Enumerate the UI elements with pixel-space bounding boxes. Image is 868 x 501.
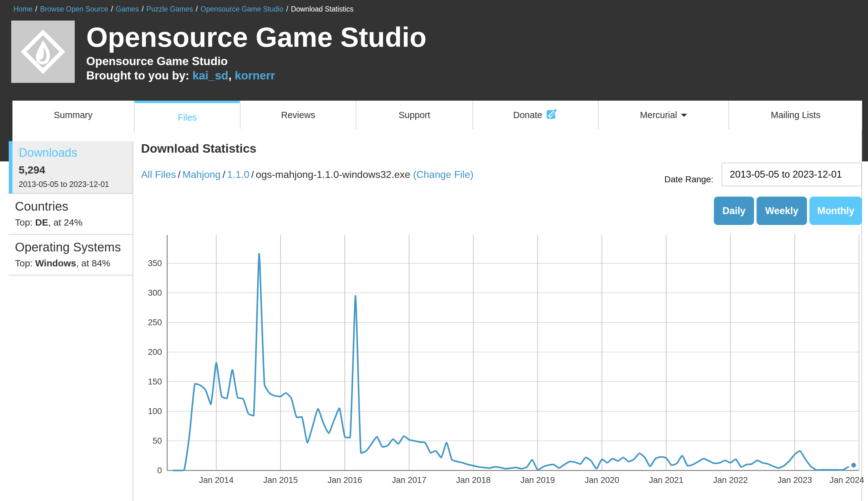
svg-text:Jan 2017: Jan 2017 xyxy=(392,476,426,485)
chart-axes xyxy=(167,235,859,470)
breadcrumb-current: Download Statistics xyxy=(291,5,354,13)
breadcrumb-games[interactable]: Games xyxy=(116,5,139,13)
tab-donate[interactable]: Donate xyxy=(472,100,598,129)
monthly-button[interactable]: Monthly xyxy=(810,196,862,225)
sidebar-item-downloads[interactable]: Downloads 5,294 2013-05-05 to 2023-12-01 xyxy=(9,141,133,194)
tab-files[interactable]: Files xyxy=(134,100,240,132)
breadcrumb-project[interactable]: Opensource Game Studio xyxy=(200,5,283,13)
svg-text:Jan 2015: Jan 2015 xyxy=(263,476,298,485)
sidebar-downloads-count: 5,294 xyxy=(19,164,128,176)
change-file-link[interactable]: (Change File) xyxy=(413,169,474,180)
chart-last-point xyxy=(851,463,856,467)
svg-text:Jan 2020: Jan 2020 xyxy=(585,476,619,485)
downloads-chart: 050100150200250300350Jan 2014Jan 2015Jan… xyxy=(0,231,868,501)
sidebar-downloads-title: Downloads xyxy=(19,146,128,160)
svg-text:350: 350 xyxy=(148,259,162,268)
project-logo-icon xyxy=(11,21,75,83)
tab-reviews[interactable]: Reviews xyxy=(240,100,355,129)
breadcrumb-puzzle-games[interactable]: Puzzle Games xyxy=(146,5,193,13)
page-heading: Download Statistics xyxy=(141,142,256,156)
svg-text:0: 0 xyxy=(157,466,162,475)
svg-text:300: 300 xyxy=(148,288,162,298)
breadcrumb: Home/Browse Open Source/Games/Puzzle Gam… xyxy=(13,5,353,13)
svg-text:150: 150 xyxy=(148,377,162,386)
breadcrumb-home[interactable]: Home xyxy=(13,5,32,13)
svg-text:Jan 2014: Jan 2014 xyxy=(199,476,233,485)
date-range-input[interactable] xyxy=(722,163,862,186)
svg-text:250: 250 xyxy=(148,318,162,327)
page-byline: Brought to you by: kai_sd, kornerr xyxy=(86,69,275,82)
chart-h-gridlines xyxy=(167,263,859,441)
file-breadcrumb: All Files/Mahjong/1.1.0/ogs-mahjong-1.1.… xyxy=(141,169,474,180)
sidebar-countries-top: Top: DE, at 24% xyxy=(15,217,128,228)
tab-mercurial[interactable]: Mercurial xyxy=(598,100,728,129)
chart-line xyxy=(173,254,848,470)
svg-text:Jan 2024: Jan 2024 xyxy=(829,476,864,485)
svg-text:Jan 2018: Jan 2018 xyxy=(456,476,491,485)
svg-text:Jan 2019: Jan 2019 xyxy=(520,476,555,485)
weekly-button[interactable]: Weekly xyxy=(757,196,807,225)
file-breadcrumb-mahjong[interactable]: Mahjong xyxy=(183,169,221,180)
tab-support[interactable]: Support xyxy=(355,100,472,129)
sidebar-countries-title: Countries xyxy=(15,200,128,213)
svg-text:50: 50 xyxy=(153,436,162,446)
chart-x-labels: Jan 2014Jan 2015Jan 2016Jan 2017Jan 2018… xyxy=(199,476,864,485)
tab-bar: Summary Files Reviews Support Donate Mer… xyxy=(12,100,862,129)
svg-text:Jan 2016: Jan 2016 xyxy=(328,476,362,485)
file-breadcrumb-filename: ogs-mahjong-1.1.0-windows32.exe xyxy=(256,169,410,180)
page-subtitle: Opensource Game Studio xyxy=(86,55,228,68)
svg-text:Jan 2023: Jan 2023 xyxy=(777,476,812,485)
svg-text:200: 200 xyxy=(148,348,162,357)
date-range-label: Date Range: xyxy=(664,174,713,184)
tab-mailing-lists[interactable]: Mailing Lists xyxy=(728,100,862,129)
breadcrumb-browse[interactable]: Browse Open Source xyxy=(40,5,108,13)
daily-button[interactable]: Daily xyxy=(714,196,754,225)
page-title: Opensource Game Studio xyxy=(86,21,427,53)
chevron-down-icon xyxy=(681,114,687,120)
file-breadcrumb-all-files[interactable]: All Files xyxy=(141,169,176,180)
svg-text:100: 100 xyxy=(148,407,162,416)
sidebar-item-countries[interactable]: Countries Top: DE, at 24% xyxy=(9,194,133,235)
chart-v-gridlines xyxy=(216,235,859,470)
file-breadcrumb-version[interactable]: 1.1.0 xyxy=(227,169,249,180)
svg-text:Jan 2022: Jan 2022 xyxy=(713,476,748,485)
granularity-buttons: Daily Weekly Monthly xyxy=(714,196,862,225)
project-logo xyxy=(11,21,75,83)
maintainer-link-kai-sd[interactable]: kai_sd xyxy=(193,69,228,82)
chart-y-labels: 050100150200250300350 xyxy=(148,259,162,475)
external-link-icon xyxy=(546,108,558,120)
tab-summary[interactable]: Summary xyxy=(12,100,134,129)
sidebar-downloads-range: 2013-05-05 to 2023-12-01 xyxy=(19,180,128,189)
svg-text:Jan 2021: Jan 2021 xyxy=(649,476,683,485)
maintainer-link-kornerr[interactable]: kornerr xyxy=(235,69,275,82)
